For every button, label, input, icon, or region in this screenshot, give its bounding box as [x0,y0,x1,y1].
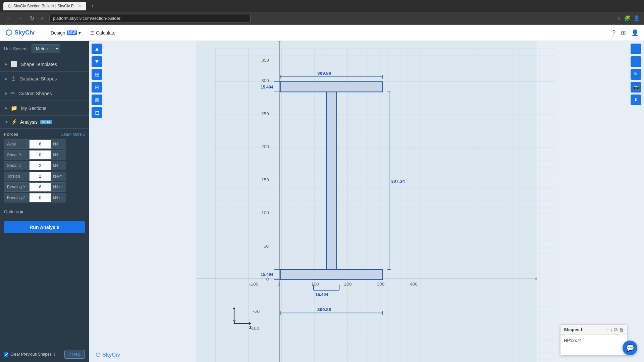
shapes-move-up-button[interactable]: ↑ [607,327,609,333]
force-row-bending-z: Bending Z kN-m [4,193,85,202]
help-button[interactable]: ? Help [64,350,85,359]
back-button[interactable]: ← [4,15,13,22]
shape-templates-label: Shape Templates [21,62,57,67]
shapes-info-icon[interactable]: ℹ [581,327,582,332]
sidebar: Unit System: Metric Imperial ▶ ⬜ Shape T… [0,41,89,362]
shapes-panel-body: HP12x74 [560,335,627,355]
clear-shapes-row: Clear Previous Shapes ℹ [4,352,55,357]
new-tab-button[interactable]: + [89,2,96,10]
analysis-label: Analysis [20,119,38,125]
shear-y-input[interactable] [29,150,51,160]
tab-close-icon[interactable]: ✕ [78,4,82,8]
shear-z-input[interactable] [29,161,51,170]
bending-y-unit: kN-m [51,182,66,192]
clear-shapes-label: Clear Previous Shapes [10,352,52,357]
home-button[interactable]: ⌂ [39,15,46,22]
shapes-copy-button[interactable]: ⧉ [614,327,618,333]
address-input[interactable] [49,14,251,22]
zoom-out-button[interactable]: 🔍 [631,69,641,80]
bending-z-input[interactable] [29,193,51,202]
database-shapes-header[interactable]: ▶ 🗄 Database Shapes [0,72,89,86]
analysis-header[interactable]: ▼ ⚡ Analysis BETA [0,116,89,129]
snap-button[interactable]: ⊠ [92,95,102,105]
svg-text:150: 150 [261,177,269,182]
my-sections-chevron-icon: ▶ [5,106,7,110]
svg-rect-24 [326,92,336,269]
options-row[interactable]: Options ▶ [0,206,89,217]
shape-item[interactable]: HP12x74 [564,337,624,344]
svg-text:z: z [249,324,252,330]
zoom-fit-button[interactable]: ⛶ [631,44,641,54]
axial-input[interactable] [29,139,51,149]
profile-icon-button[interactable]: 👤 [631,29,639,37]
browser-tab-active[interactable]: ⬡ SkyCiv Section Builder | SkyCiv P... ✕ [3,2,86,10]
download-button[interactable]: ⬇ [631,95,641,105]
select-tool-button[interactable]: ⊞ [92,69,102,80]
shapes-move-down-button[interactable]: ↓ [610,327,613,333]
pan-down-button[interactable]: ▼ [92,56,102,67]
options-chevron-icon: ▶ [20,209,24,214]
svg-text:200: 200 [261,144,269,149]
custom-shapes-header[interactable]: ▶ ✏ Custom Shapes [0,86,89,101]
measure-button[interactable]: ⊡ [92,107,102,118]
custom-shapes-chevron-icon: ▶ [5,91,7,96]
help-icon: ? [69,352,71,357]
header-menu: Design NEW ▾ ☰ Calculate [47,28,119,38]
options-label: Options [4,209,19,214]
svg-text:0: 0 [278,282,280,287]
clear-shapes-checkbox[interactable] [4,352,8,357]
extension-icon[interactable]: 🧩 [624,15,631,21]
shapes-panel-header: Shapes ℹ ↑ ↓ ⧉ 🗑 [560,325,627,335]
force-row-axial: Axial kN [4,139,85,149]
svg-text:300: 300 [261,78,269,83]
grid-button[interactable]: ⊟ [92,82,102,93]
bending-y-label: Bending Y [4,182,29,192]
forces-header: Forces Learn More ℹ [4,132,85,137]
shear-y-label: Shear Y [4,150,29,160]
shape-templates-header[interactable]: ▶ ⬜ Shape Templates [0,57,89,71]
learn-more-link[interactable]: Learn More ℹ [61,132,85,137]
unit-system-select[interactable]: Metric Imperial [32,44,60,53]
screenshot-button[interactable]: 📷 [631,82,641,93]
shapes-panel-title: Shapes ℹ [564,327,582,332]
svg-text:250: 250 [261,111,269,116]
torsion-input[interactable] [29,172,51,181]
right-toolbar: ⛶ + 🔍 📷 ⬇ [631,44,641,105]
force-row-torsion: Torsion kN-m [4,172,85,181]
bending-y-input[interactable] [29,182,51,192]
svg-text:15.494: 15.494 [261,272,273,277]
svg-text:50: 50 [264,244,269,249]
new-badge: NEW [67,31,77,35]
app-logo: ⬡ SkyCiv [5,28,35,37]
shapes-delete-button[interactable]: 🗑 [619,327,624,333]
run-analysis-button[interactable]: Run Analysis [4,221,85,233]
bookmark-icon[interactable]: ☆ [616,15,621,21]
sidebar-section-shape-templates: ▶ ⬜ Shape Templates [0,57,89,72]
header-right: ? ⊞ 👤 [612,29,639,37]
apps-icon-button[interactable]: ⊞ [621,29,626,37]
sidebar-section-my-sections: ▶ 📁 My Sections [0,101,89,116]
unit-system-label: Unit System: [4,46,29,51]
design-menu-button[interactable]: Design NEW ▾ [47,28,85,38]
unit-system-row: Unit System: Metric Imperial [0,41,89,57]
sidebar-footer: Clear Previous Shapes ℹ ? Help [0,347,89,362]
refresh-button[interactable]: ↻ [28,14,36,22]
browser-bar: ⬡ SkyCiv Section Builder | SkyCiv P... ✕… [0,0,644,12]
svg-text:100: 100 [311,282,319,287]
design-chevron-icon: ▾ [78,30,81,36]
clear-shapes-info-icon: ℹ [54,352,55,357]
my-sections-icon: 📁 [11,105,17,111]
chat-button[interactable]: 💬 [623,341,637,355]
my-sections-header[interactable]: ▶ 📁 My Sections [0,101,89,115]
axial-label: Axial [4,139,29,149]
pan-up-button[interactable]: ▲ [92,44,102,54]
calculate-menu-button[interactable]: ☰ Calculate [86,28,119,38]
zoom-in-button[interactable]: + [631,56,641,67]
profile-icon[interactable]: 👤 [633,15,640,21]
svg-rect-23 [280,82,383,92]
shapes-panel-actions: ↑ ↓ ⧉ 🗑 [607,327,624,333]
help-icon-button[interactable]: ? [612,29,615,36]
tab-title: SkyCiv Section Builder | SkyCiv P... [13,4,76,8]
svg-text:200: 200 [344,282,352,287]
forward-button[interactable]: → [16,15,25,22]
